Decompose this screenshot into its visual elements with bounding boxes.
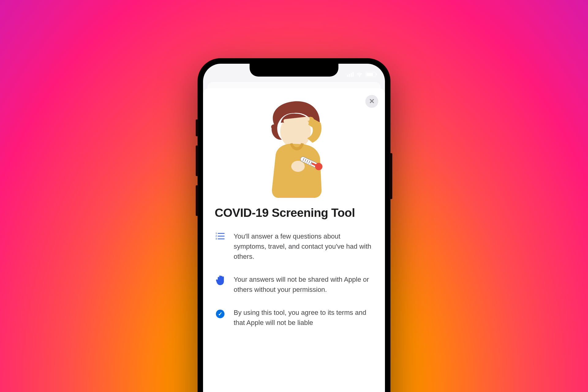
screening-tool-modal: ✕	[203, 88, 385, 392]
svg-point-1	[291, 161, 305, 172]
power-button	[390, 153, 392, 199]
battery-icon	[365, 72, 376, 77]
svg-text:2: 2	[216, 235, 217, 237]
svg-text:1: 1	[216, 232, 217, 234]
wifi-icon	[356, 72, 363, 77]
info-text-questions: You'll answer a few questions about symp…	[234, 231, 373, 262]
close-icon: ✕	[369, 98, 375, 105]
info-item-privacy: Your answers will not be shared with App…	[215, 274, 373, 295]
hand-stop-icon	[215, 274, 226, 285]
person-sick-illustration	[203, 88, 385, 202]
close-button[interactable]: ✕	[365, 95, 378, 108]
phone-screen: ✕	[203, 64, 385, 392]
mute-switch	[196, 119, 198, 136]
info-text-terms: By using this tool, you agree to its ter…	[234, 307, 373, 328]
svg-text:3: 3	[216, 238, 217, 240]
info-item-questions: 1 2 3 You'll answer a few questions abou…	[215, 231, 373, 262]
page-title: COVID-19 Screening Tool	[215, 206, 373, 220]
info-item-terms: ✓ By using this tool, you agree to its t…	[215, 307, 373, 328]
volume-up-button	[196, 145, 198, 176]
modal-content: COVID-19 Screening Tool 1 2 3 You'll	[203, 202, 385, 328]
volume-down-button	[196, 185, 198, 216]
numbered-list-icon: 1 2 3	[215, 231, 226, 242]
info-text-privacy: Your answers will not be shared with App…	[234, 274, 373, 295]
checkmark-circle-icon: ✓	[215, 307, 226, 318]
phone-frame: ✕	[198, 58, 390, 392]
status-icons-right	[347, 72, 376, 77]
cellular-signal-icon	[347, 72, 354, 77]
phone-notch	[250, 64, 338, 77]
